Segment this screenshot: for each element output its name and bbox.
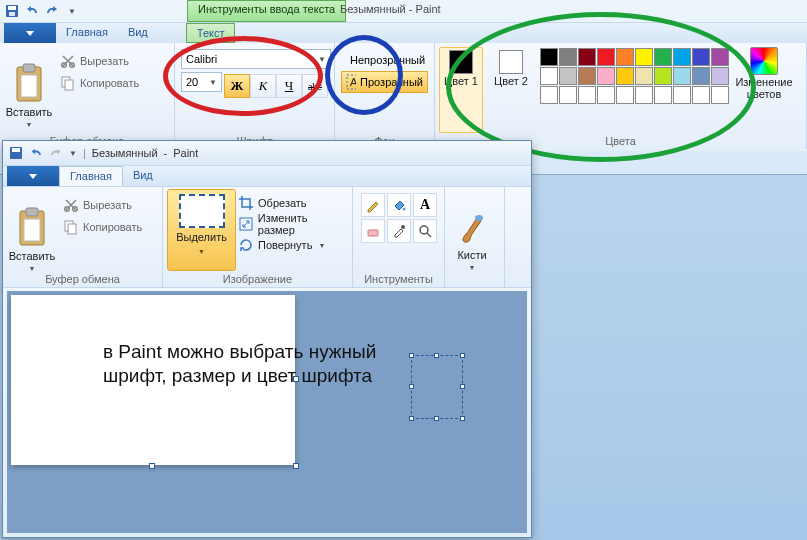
undo-icon[interactable] bbox=[29, 146, 43, 160]
tab-text[interactable]: Текст bbox=[186, 23, 236, 43]
strike-label: abc bbox=[308, 81, 322, 92]
italic-button[interactable]: К bbox=[250, 74, 276, 98]
palette-swatch[interactable] bbox=[540, 86, 558, 104]
palette-swatch[interactable] bbox=[597, 48, 615, 66]
palette-swatch[interactable] bbox=[654, 86, 672, 104]
tool-pencil[interactable] bbox=[361, 193, 385, 217]
svg-rect-1 bbox=[8, 6, 16, 10]
palette-swatch[interactable] bbox=[616, 67, 634, 85]
undo-icon[interactable] bbox=[24, 3, 40, 19]
resize-button[interactable]: Изменить размер bbox=[238, 214, 346, 234]
tool-picker[interactable] bbox=[387, 219, 411, 243]
color1-button[interactable]: Цвет 1 bbox=[439, 47, 483, 133]
underline-button[interactable]: Ч bbox=[276, 74, 302, 98]
palette-swatch[interactable] bbox=[578, 48, 596, 66]
palette-swatch[interactable] bbox=[597, 67, 615, 85]
palette-swatch[interactable] bbox=[540, 67, 558, 85]
palette-swatch[interactable] bbox=[635, 67, 653, 85]
rotate-label: Повернуть bbox=[258, 239, 312, 251]
brush-icon bbox=[457, 212, 487, 248]
save-icon[interactable] bbox=[4, 3, 20, 19]
tab-home[interactable]: Главная bbox=[56, 23, 118, 43]
palette-swatch[interactable] bbox=[559, 67, 577, 85]
opaque-label: Непрозрачный bbox=[350, 54, 425, 66]
font-size-combo[interactable]: 20▼ bbox=[181, 72, 222, 92]
palette-swatch[interactable] bbox=[578, 67, 596, 85]
palette-swatch[interactable] bbox=[654, 67, 672, 85]
palette-swatch[interactable] bbox=[597, 86, 615, 104]
resize-handle-s[interactable] bbox=[149, 463, 155, 469]
strikethrough-button[interactable]: abc bbox=[302, 74, 328, 98]
paste-button[interactable]: Вставить ▼ bbox=[7, 189, 57, 275]
palette-swatch[interactable] bbox=[673, 48, 691, 66]
tool-fill[interactable] bbox=[387, 193, 411, 217]
palette-swatch[interactable] bbox=[635, 86, 653, 104]
palette-swatch[interactable] bbox=[559, 86, 577, 104]
opaque-button[interactable]: A Непрозрачный bbox=[341, 49, 428, 71]
palette-swatch[interactable] bbox=[711, 48, 729, 66]
svg-rect-5 bbox=[21, 75, 37, 97]
palette-swatch[interactable] bbox=[616, 86, 634, 104]
rotate-button[interactable]: Повернуть ▼ bbox=[238, 235, 346, 255]
qat-dropdown-icon[interactable]: ▼ bbox=[64, 3, 80, 19]
resize-handle-se[interactable] bbox=[293, 463, 299, 469]
brushes-button[interactable]: Кисти ▼ bbox=[449, 189, 495, 271]
palette-swatch[interactable] bbox=[654, 48, 672, 66]
caret-down-icon: ▼ bbox=[26, 121, 33, 128]
palette-swatch[interactable] bbox=[711, 67, 729, 85]
title-separator: - bbox=[406, 3, 416, 15]
tab-home[interactable]: Главная bbox=[59, 166, 123, 186]
transparent-button[interactable]: A Прозрачный bbox=[341, 71, 428, 93]
transparent-label: Прозрачный bbox=[360, 76, 423, 88]
palette-swatch[interactable] bbox=[692, 48, 710, 66]
palette-swatch[interactable] bbox=[616, 48, 634, 66]
color2-label: Цвет 2 bbox=[494, 76, 528, 88]
cut-button[interactable]: Вырезать bbox=[63, 195, 142, 215]
svg-point-26 bbox=[401, 225, 405, 229]
edit-colors-button[interactable]: Изменение цветов bbox=[736, 47, 792, 133]
cut-button[interactable]: Вырезать bbox=[60, 51, 139, 71]
tool-magnifier[interactable] bbox=[413, 219, 437, 243]
select-button[interactable]: Выделить ▼ bbox=[167, 189, 236, 271]
palette-swatch[interactable] bbox=[540, 48, 558, 66]
save-icon[interactable] bbox=[9, 146, 23, 160]
palette-swatch[interactable] bbox=[673, 67, 691, 85]
font-size-value: 20 bbox=[186, 76, 198, 88]
font-family-combo[interactable]: Calibri▼ bbox=[181, 49, 331, 69]
caret-down-icon: ▼ bbox=[198, 248, 205, 255]
copy-label: Копировать bbox=[80, 77, 139, 89]
tab-view[interactable]: Вид bbox=[123, 166, 163, 186]
copy-button[interactable]: Копировать bbox=[63, 217, 142, 237]
redo-icon[interactable] bbox=[49, 146, 63, 160]
paste-button[interactable]: Вставить ▼ bbox=[4, 45, 54, 131]
text-tools-contextual-tab: Инструменты ввода текста bbox=[187, 0, 346, 22]
group-label-tools: Инструменты bbox=[353, 273, 444, 285]
palette-swatch[interactable] bbox=[673, 86, 691, 104]
svg-text:A: A bbox=[350, 76, 356, 88]
resize-icon bbox=[238, 216, 254, 232]
color1-swatch bbox=[449, 50, 473, 74]
copy-button[interactable]: Копировать bbox=[60, 73, 139, 93]
color2-button[interactable]: Цвет 2 bbox=[489, 47, 533, 133]
text-selection-box[interactable] bbox=[411, 355, 463, 419]
font-style-toggles: Ж К Ч abc bbox=[224, 74, 328, 98]
qat-dropdown-icon[interactable]: ▼ bbox=[69, 149, 77, 158]
palette-swatch[interactable] bbox=[692, 86, 710, 104]
tool-text[interactable]: A bbox=[413, 193, 437, 217]
bold-button[interactable]: Ж bbox=[224, 74, 250, 98]
palette-swatch[interactable] bbox=[578, 86, 596, 104]
ribbon-tabs: Главная Вид Текст bbox=[0, 22, 807, 43]
palette-swatch[interactable] bbox=[559, 48, 577, 66]
palette-swatch[interactable] bbox=[692, 67, 710, 85]
redo-icon[interactable] bbox=[44, 3, 60, 19]
tab-view[interactable]: Вид bbox=[118, 23, 158, 43]
tool-eraser[interactable] bbox=[361, 219, 385, 243]
file-menu-button[interactable] bbox=[7, 166, 59, 186]
ribbon-home: Вставить ▼ Вырезать Копировать Буфер обм… bbox=[3, 186, 531, 288]
crop-button[interactable]: Обрезать bbox=[238, 193, 346, 213]
palette-swatch[interactable] bbox=[635, 48, 653, 66]
palette-swatch[interactable] bbox=[711, 86, 729, 104]
svg-rect-25 bbox=[368, 230, 378, 236]
file-menu-button[interactable] bbox=[4, 23, 56, 43]
title-separator: - bbox=[164, 147, 168, 159]
